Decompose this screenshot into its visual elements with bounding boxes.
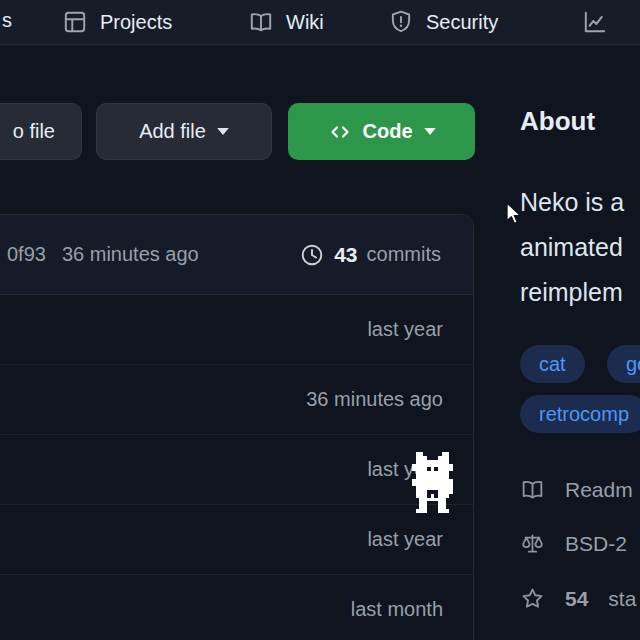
readme-label: Readm (565, 478, 633, 502)
nav-tab-insights[interactable] (582, 0, 608, 44)
star-icon (520, 586, 545, 611)
commit-count: 43 (334, 243, 357, 267)
about-description-line: reimplem (520, 270, 624, 315)
go-to-file-label: o file (13, 120, 55, 143)
topic-tag-retrocomputing[interactable]: retrocomp (520, 395, 640, 433)
nav-tab-security-label: Security (426, 11, 498, 34)
law-scales-icon (520, 531, 545, 556)
nav-tab-projects-label: Projects (100, 11, 172, 34)
commit-hash[interactable]: 0f93 (7, 243, 46, 266)
file-list-panel: 0f93 36 minutes ago 43 commits last year… (0, 214, 474, 640)
license-label: BSD-2 (565, 532, 627, 556)
file-row-updated: last month (351, 598, 443, 621)
go-to-file-button[interactable]: o file (0, 103, 82, 160)
commit-header: 0f93 36 minutes ago 43 commits (0, 215, 473, 295)
about-heading: About (520, 106, 595, 137)
file-row[interactable]: last year (0, 505, 473, 575)
commit-history-link[interactable]: 43 commits (299, 242, 441, 268)
stars-label: sta (608, 587, 636, 611)
chevron-down-icon (424, 128, 436, 135)
nav-tab-wiki-label: Wiki (286, 11, 324, 34)
file-row-updated: last year (367, 528, 443, 551)
readme-link[interactable]: Readm (520, 477, 633, 502)
file-row-updated: 36 minutes ago (306, 388, 443, 411)
neko-cat-sprite (408, 452, 457, 513)
chevron-down-icon (217, 128, 229, 135)
commit-count-label: commits (367, 243, 441, 266)
about-description-line: Neko is a (520, 180, 624, 225)
wiki-book-icon (248, 9, 274, 35)
commit-time: 36 minutes ago (62, 243, 199, 266)
nav-tab-security[interactable]: Security (388, 0, 498, 44)
nav-tab-issues-partial[interactable]: s (2, 9, 12, 32)
nav-tab-wiki[interactable]: Wiki (248, 0, 324, 44)
about-description-line: animated (520, 225, 624, 270)
stars-link[interactable]: 54 sta (520, 586, 636, 611)
license-link[interactable]: BSD-2 (520, 531, 627, 556)
add-file-button[interactable]: Add file (96, 103, 272, 160)
about-description: Neko is a animated reimplem (520, 180, 624, 315)
file-row[interactable]: last month (0, 575, 473, 640)
stars-count: 54 (565, 587, 588, 611)
code-label: Code (363, 120, 413, 143)
projects-table-icon (62, 9, 88, 35)
repo-nav: s Projects Wiki (0, 0, 640, 45)
file-row[interactable]: 36 minutes ago (0, 365, 473, 435)
add-file-label: Add file (139, 120, 206, 143)
file-row-updated: last year (367, 318, 443, 341)
insights-graph-icon (582, 9, 608, 35)
github-repo-page: s Projects Wiki (0, 0, 640, 640)
nav-tab-projects[interactable]: Projects (62, 0, 172, 44)
topic-tag-go[interactable]: go (607, 345, 640, 383)
file-row[interactable]: last year (0, 295, 473, 365)
topic-tag-cat[interactable]: cat (520, 345, 585, 383)
security-shield-icon (388, 9, 414, 35)
readme-book-icon (520, 477, 545, 502)
history-clock-icon (299, 242, 325, 268)
code-chevrons-icon (328, 120, 352, 144)
file-row[interactable]: last year (0, 435, 473, 505)
code-button[interactable]: Code (288, 103, 475, 160)
